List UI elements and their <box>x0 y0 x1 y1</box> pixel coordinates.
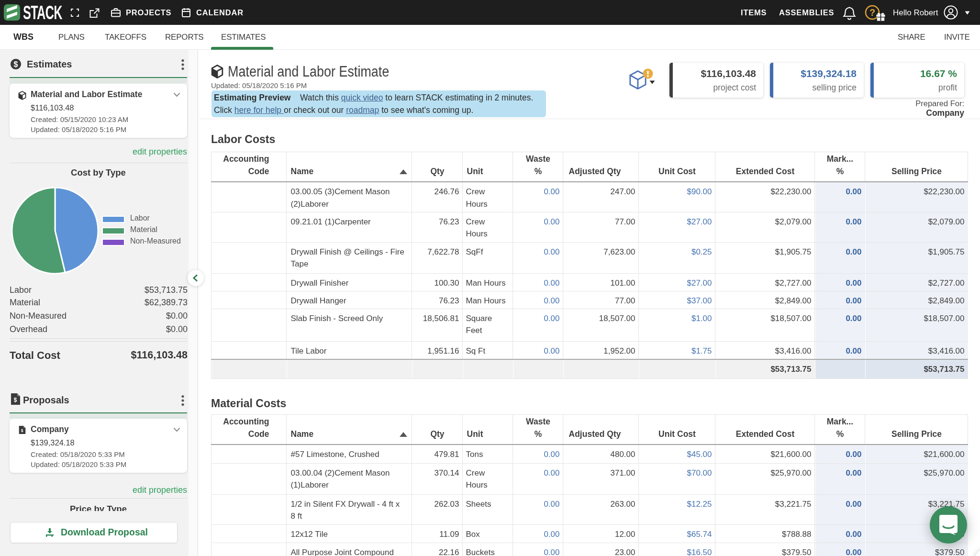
svg-text:$: $ <box>21 428 23 433</box>
svg-text:$: $ <box>14 60 18 68</box>
svg-text:$: $ <box>14 397 17 403</box>
svg-text:?: ? <box>869 7 875 18</box>
